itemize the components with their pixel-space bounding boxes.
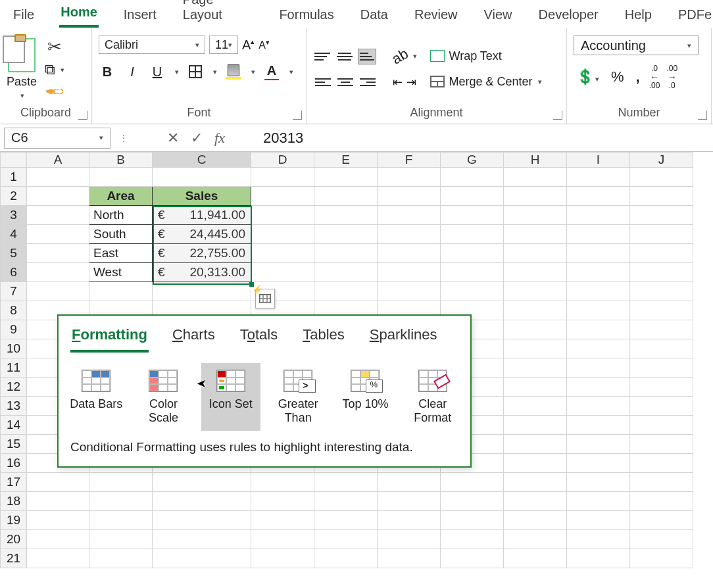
cell[interactable]: €20,313.00 bbox=[153, 263, 251, 282]
qa-item-greater-than[interactable]: > Greater Than bbox=[268, 363, 328, 431]
shrink-font-button[interactable]: A▾ bbox=[258, 38, 270, 51]
align-center-button[interactable] bbox=[336, 74, 355, 90]
chevron-down-icon[interactable]: ▾ bbox=[213, 68, 217, 76]
percent-button[interactable]: % bbox=[608, 67, 627, 87]
dialog-launcher-icon[interactable] bbox=[293, 110, 302, 120]
cancel-formula-button[interactable]: ✕ bbox=[167, 130, 179, 147]
chevron-down-icon[interactable]: ▾ bbox=[251, 68, 255, 76]
row-header[interactable]: 17 bbox=[1, 473, 27, 492]
row-header[interactable]: 5 bbox=[1, 244, 27, 263]
copy-button[interactable]: ⧉▾ bbox=[45, 61, 64, 78]
font-name-select[interactable]: Calibri▾ bbox=[99, 36, 205, 54]
dialog-launcher-icon[interactable] bbox=[698, 110, 707, 120]
grow-font-button[interactable]: A▴ bbox=[242, 37, 255, 53]
tab-review[interactable]: Review bbox=[413, 6, 459, 28]
row-header[interactable]: 8 bbox=[1, 301, 27, 320]
chevron-down-icon[interactable]: ▾ bbox=[175, 68, 179, 76]
row-header[interactable]: 19 bbox=[1, 511, 27, 530]
cell[interactable]: North bbox=[89, 206, 153, 225]
align-bottom-button[interactable] bbox=[358, 49, 376, 64]
fill-color-button[interactable] bbox=[225, 63, 242, 80]
tab-pdf[interactable]: PDFe bbox=[677, 6, 713, 28]
row-header[interactable]: 2 bbox=[1, 187, 27, 206]
row-header[interactable]: 20 bbox=[1, 530, 27, 549]
dialog-launcher-icon[interactable] bbox=[78, 110, 87, 120]
cell[interactable]: €22,755.00 bbox=[153, 244, 251, 263]
qa-item-top-10[interactable]: % Top 10% bbox=[335, 363, 395, 431]
tab-data[interactable]: Data bbox=[359, 6, 389, 28]
qa-item-clear-format[interactable]: Clear Format bbox=[403, 363, 462, 431]
cell[interactable]: €24,445.00 bbox=[153, 225, 251, 244]
align-top-button[interactable] bbox=[313, 49, 332, 64]
formula-input[interactable]: 20313 bbox=[255, 130, 303, 147]
tab-help[interactable]: Help bbox=[624, 6, 653, 28]
row-header[interactable]: 7 bbox=[1, 282, 27, 301]
bold-button[interactable]: B bbox=[99, 63, 116, 80]
row-header[interactable]: 10 bbox=[1, 339, 27, 358]
dialog-launcher-icon[interactable] bbox=[553, 110, 562, 120]
tab-file[interactable]: File bbox=[12, 6, 36, 28]
row-header[interactable]: 6 bbox=[1, 263, 27, 282]
row-header[interactable]: 15 bbox=[1, 435, 27, 454]
borders-button[interactable] bbox=[187, 63, 204, 80]
column-header[interactable]: C bbox=[153, 153, 251, 168]
cell[interactable]: €11,941.00 bbox=[153, 206, 251, 225]
paste-button[interactable]: Paste ▾ bbox=[7, 38, 37, 100]
column-header[interactable]: F bbox=[378, 153, 441, 168]
decrease-decimal-button[interactable]: .00→.0 bbox=[666, 64, 677, 89]
name-box[interactable]: C6▾ bbox=[4, 128, 111, 149]
qa-tab-totals[interactable]: TTotals bbox=[239, 325, 280, 353]
font-size-select[interactable]: 11▾ bbox=[209, 36, 238, 54]
row-header[interactable]: 3 bbox=[1, 206, 27, 225]
wrap-text-button[interactable]: Wrap Text bbox=[430, 49, 501, 63]
chevron-down-icon[interactable]: ▾ bbox=[289, 68, 293, 76]
column-header[interactable]: B bbox=[89, 153, 153, 168]
column-header[interactable]: A bbox=[27, 153, 89, 168]
font-color-button[interactable]: A bbox=[263, 63, 280, 80]
increase-indent-button[interactable]: ⇥ bbox=[406, 75, 416, 89]
format-painter-button[interactable]: 🖌 bbox=[43, 80, 67, 104]
table-header-sales[interactable]: Sales bbox=[153, 187, 251, 206]
row-header[interactable]: 11 bbox=[1, 358, 27, 378]
decrease-indent-button[interactable]: ⇤ bbox=[393, 75, 403, 89]
row-header[interactable]: 9 bbox=[1, 320, 27, 339]
align-right-button[interactable] bbox=[358, 74, 377, 90]
table-header-area[interactable]: Area bbox=[89, 187, 153, 206]
number-format-select[interactable]: Accounting▾ bbox=[574, 36, 699, 55]
accounting-format-button[interactable]: 💲▾ bbox=[574, 67, 602, 87]
column-header[interactable]: G bbox=[441, 153, 504, 168]
qa-tab-sparklines[interactable]: Sparklines bbox=[368, 325, 439, 353]
cell[interactable]: East bbox=[89, 244, 153, 263]
increase-decimal-button[interactable]: .0←.00 bbox=[649, 64, 660, 89]
tab-view[interactable]: View bbox=[483, 6, 514, 28]
select-all-button[interactable] bbox=[1, 153, 27, 168]
column-header[interactable]: E bbox=[314, 153, 378, 168]
quick-analysis-button[interactable]: ⚡ bbox=[255, 289, 275, 308]
cell[interactable]: West bbox=[89, 263, 153, 282]
qa-item-icon-set[interactable]: Icon Set bbox=[201, 363, 260, 431]
row-header[interactable]: 14 bbox=[1, 416, 27, 435]
row-header[interactable]: 4 bbox=[1, 225, 27, 244]
cut-button[interactable]: ✂ bbox=[47, 37, 62, 57]
comma-style-button[interactable]: , bbox=[633, 67, 643, 87]
column-header[interactable]: J bbox=[630, 153, 693, 168]
qa-item-color-scale[interactable]: Color Scale bbox=[134, 363, 193, 431]
cell[interactable]: South bbox=[89, 225, 153, 244]
tab-developer[interactable]: Developer bbox=[537, 6, 600, 28]
underline-button[interactable]: U bbox=[149, 63, 166, 80]
chevron-down-icon[interactable]: ▾ bbox=[413, 52, 417, 61]
enter-formula-button[interactable]: ✓ bbox=[191, 130, 203, 147]
row-header[interactable]: 18 bbox=[1, 492, 27, 511]
align-left-button[interactable] bbox=[314, 74, 332, 90]
row-header[interactable]: 1 bbox=[1, 168, 27, 187]
orientation-button[interactable]: ab bbox=[389, 45, 411, 68]
tab-page-layout[interactable]: Page Layout bbox=[182, 0, 255, 28]
qa-tab-formatting[interactable]: Formatting bbox=[70, 325, 149, 353]
tab-formulas[interactable]: Formulas bbox=[278, 6, 335, 28]
row-header[interactable]: 16 bbox=[1, 454, 27, 473]
tab-home[interactable]: Home bbox=[59, 3, 99, 28]
row-header[interactable]: 21 bbox=[1, 549, 27, 568]
merge-center-button[interactable]: Merge & Center ▾ bbox=[430, 75, 541, 89]
insert-function-button[interactable]: fx bbox=[214, 130, 225, 147]
column-header[interactable]: I bbox=[567, 153, 630, 168]
